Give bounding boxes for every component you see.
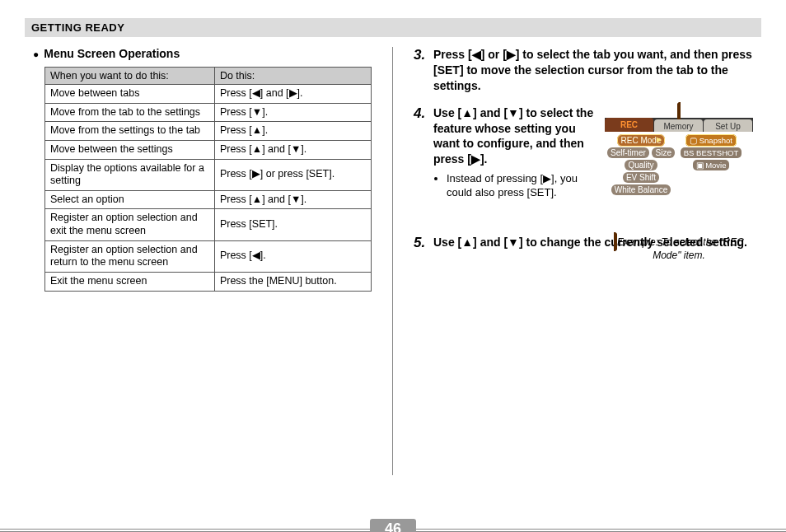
- step-text: Use [▲] and [▼] to select the feature wh…: [433, 106, 593, 166]
- step-3: 3. Press [◀] or [▶] to select the tab yo…: [414, 47, 753, 94]
- table-row: Register an option selection and return …: [45, 240, 372, 272]
- step-4: 4. Use [▲] and [▼] to select the feature…: [414, 105, 753, 223]
- steps-list: 3. Press [◀] or [▶] to select the tab yo…: [414, 47, 753, 251]
- table-row: Exit the menu screenPress the [MENU] but…: [45, 272, 372, 291]
- lcd-tab-memory: Memory: [654, 119, 704, 132]
- step-number: 4.: [414, 105, 433, 223]
- page-number: 46: [370, 519, 416, 532]
- lcd-item-recmode: REC Mode: [617, 134, 666, 147]
- manual-page: GETTING READY Menu Screen Operations Whe…: [0, 0, 786, 532]
- table-row: Select an optionPress [▲] and [▼].: [45, 190, 372, 209]
- lcd-item-quality: Quality: [625, 160, 657, 170]
- left-column: Menu Screen Operations When you want to …: [25, 47, 393, 475]
- table-row: Move between the settingsPress [▲] and […: [45, 140, 372, 159]
- lcd-tab-rec: REC: [605, 118, 654, 132]
- lcd-tab-setup: Set Up: [704, 119, 753, 132]
- camera-lcd: REC Memory Set Up REC Mode Self-timer: [605, 102, 753, 251]
- step-note: Instead of pressing [▶], you could also …: [447, 172, 595, 200]
- step-5: 5. Use [▲] and [▼] to change the current…: [414, 235, 753, 251]
- menu-ops-heading: Menu Screen Operations: [33, 47, 372, 60]
- right-column: 3. Press [◀] or [▶] to select the tab yo…: [393, 47, 761, 475]
- content-columns: Menu Screen Operations When you want to …: [25, 47, 761, 475]
- lcd-opt-bestshot: BS BESTSHOT: [681, 147, 742, 158]
- table-row: Display the options available for a sett…: [45, 159, 372, 190]
- step-number: 3.: [414, 47, 433, 94]
- lcd-opt-movie: ▣ Movie: [693, 160, 730, 170]
- example-figure: REC Memory Set Up REC Mode Self-timer: [605, 105, 753, 223]
- lcd-opt-snapshot: ▢ Snapshot: [685, 134, 737, 147]
- table-row: Move between tabsPress [◀] and [▶].: [45, 85, 372, 104]
- table-row: Register an option selection and exit th…: [45, 209, 372, 240]
- lcd-item-size: Size: [652, 147, 674, 158]
- table-row: Move from the settings to the tabPress […: [45, 122, 372, 141]
- step-text: Press [◀] or [▶] to select the tab you w…: [433, 48, 752, 92]
- section-header: GETTING READY: [25, 18, 761, 37]
- table-header-when: When you want to do this:: [45, 68, 215, 85]
- lcd-item-wb: White Balance: [611, 184, 671, 195]
- operations-table: When you want to do this: Do this: Move …: [44, 67, 372, 292]
- table-header-do: Do this:: [214, 68, 371, 85]
- step-text: Use [▲] and [▼] to change the currently …: [433, 236, 747, 249]
- table-row: Move from the tab to the settingsPress […: [45, 103, 372, 122]
- lcd-item-selftimer: Self-timer: [607, 147, 649, 158]
- step-number: 5.: [414, 235, 433, 251]
- lcd-item-evshift: EV Shift: [623, 172, 659, 183]
